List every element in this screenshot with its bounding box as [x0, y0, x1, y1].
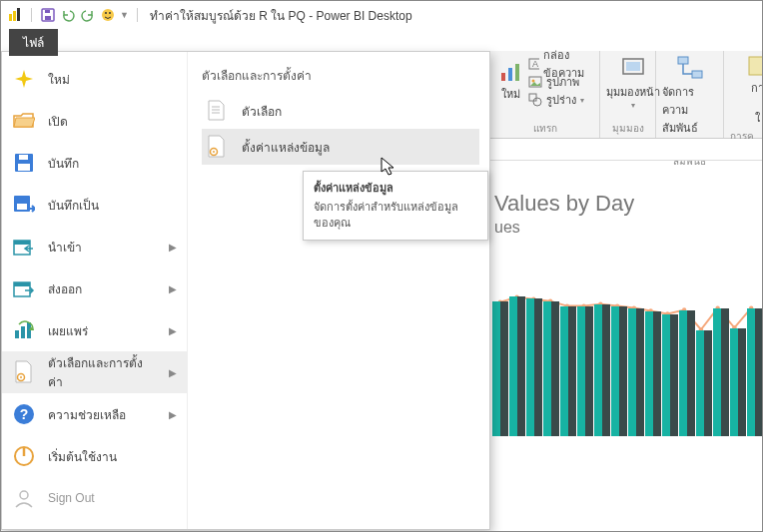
manage-relationships-button[interactable]: จัดการความสัมพันธ์ [662, 55, 717, 137]
svg-point-27 [20, 491, 28, 499]
title-bar: ▼ ทำค่าให้สมบูรณ์ด้วย R ใน PQ - Power BI… [1, 1, 762, 29]
menu-save-as[interactable]: บันทึกเป็น [2, 184, 187, 226]
tooltip: ตั้งค่าแหล่งข้อมูล จัดการตั้งค่าสำหรับแห… [303, 171, 488, 241]
signout-icon [12, 486, 36, 510]
document-gear-icon [206, 134, 228, 160]
smiley-icon[interactable] [100, 7, 116, 23]
new-measure-button[interactable]: กาใ [730, 55, 763, 127]
svg-rect-13 [17, 204, 27, 210]
mouse-cursor-icon [381, 157, 396, 180]
svg-point-7 [105, 12, 107, 14]
options-subpanel: ตัวเลือกและการตั้งค่า ตัวเลือก ตั้งค่าแห… [188, 52, 489, 529]
menu-options-settings[interactable]: ตัวเลือกและการตั้งค่า ▶ [2, 351, 187, 393]
svg-rect-18 [15, 330, 19, 338]
menu-save[interactable]: บันทึก [2, 142, 187, 184]
svg-text:?: ? [20, 406, 29, 422]
svg-rect-17 [14, 282, 30, 286]
redo-icon[interactable] [80, 7, 96, 23]
svg-point-41 [533, 98, 541, 106]
chart-title: Values by Day [490, 191, 762, 217]
svg-point-6 [102, 9, 114, 21]
tooltip-title: ตั้งค่าแหล่งข้อมูล [314, 180, 477, 197]
subpanel-heading: ตัวเลือกและการตั้งค่า [202, 66, 479, 85]
save-disk-icon [12, 151, 36, 175]
svg-rect-0 [9, 14, 12, 21]
power-icon [12, 444, 36, 468]
window-title: ทำค่าให้สมบูรณ์ด้วย R ใน PQ - Power BI D… [150, 6, 412, 25]
chevron-right-icon: ▶ [169, 409, 177, 420]
svg-rect-5 [45, 10, 50, 13]
menu-export[interactable]: ส่งออก ▶ [2, 267, 187, 309]
document-lines-icon [206, 98, 228, 124]
formula-bar [490, 139, 762, 161]
ribbon: ใหม่ Aกล่องข้อความ รูปภาพ รูปร่าง▾ แทรก … [490, 51, 762, 139]
chevron-right-icon: ▶ [169, 325, 177, 336]
textbox-button[interactable]: Aกล่องข้อความ [528, 55, 593, 73]
tooltip-body: จัดการตั้งค่าสำหรับแหล่งข้อมูลของคุณ [314, 199, 477, 232]
svg-rect-40 [529, 94, 536, 101]
import-icon [12, 235, 36, 259]
svg-rect-10 [18, 164, 30, 171]
file-tab[interactable]: ไฟล์ [9, 29, 58, 56]
svg-rect-11 [19, 155, 28, 160]
menu-sign-out[interactable]: Sign Out [2, 477, 187, 519]
svg-rect-34 [508, 68, 512, 81]
svg-rect-43 [626, 62, 640, 71]
backstage-panel: ใหม่ เปิด บันทึก บันทึกเป็น นำเข้า ▶ ส่ง… [1, 51, 490, 530]
save-as-icon [12, 193, 36, 217]
shapes-button[interactable]: รูปร่าง▾ [528, 91, 593, 109]
document-gear-icon [12, 360, 36, 384]
save-icon[interactable] [40, 7, 56, 23]
svg-rect-2 [17, 8, 20, 21]
menu-get-started[interactable]: เริ่มต้นใช้งาน [2, 435, 187, 477]
menu-import[interactable]: นำเข้า ▶ [2, 226, 187, 267]
report-canvas: Values by Day ues [490, 171, 762, 531]
svg-point-32 [213, 151, 215, 153]
svg-rect-33 [501, 73, 505, 81]
chart-subtitle: ues [490, 219, 762, 237]
svg-rect-19 [21, 326, 25, 338]
options-item[interactable]: ตัวเลือก [202, 93, 479, 129]
folder-open-icon [12, 109, 36, 133]
publish-icon [12, 318, 36, 342]
chevron-right-icon: ▶ [169, 242, 177, 253]
svg-rect-35 [515, 64, 519, 81]
backstage-menu: ใหม่ เปิด บันทึก บันทึกเป็น นำเข้า ▶ ส่ง… [2, 52, 188, 529]
svg-point-22 [20, 376, 22, 378]
export-icon [12, 276, 36, 300]
qat-dropdown-icon[interactable]: ▼ [120, 10, 129, 20]
menu-publish[interactable]: เผยแพร่ ▶ [2, 309, 187, 351]
undo-icon[interactable] [60, 7, 76, 23]
image-button[interactable]: รูปภาพ [528, 73, 593, 91]
menu-new[interactable]: ใหม่ [2, 58, 187, 100]
svg-rect-45 [692, 71, 702, 78]
chevron-right-icon: ▶ [169, 283, 177, 294]
svg-rect-15 [14, 241, 30, 245]
svg-rect-4 [45, 16, 51, 20]
svg-rect-1 [13, 11, 16, 21]
menu-open[interactable]: เปิด [2, 100, 187, 142]
menu-help[interactable]: ? ความช่วยเหลือ ▶ [2, 393, 187, 435]
svg-point-8 [109, 12, 111, 14]
chart-plot [490, 257, 762, 436]
page-view-button[interactable]: มุมมองหน้า▾ [606, 55, 660, 110]
new-visual-button[interactable]: ใหม่ [496, 55, 524, 109]
data-source-settings-item[interactable]: ตั้งค่าแหล่งข้อมูล [202, 129, 479, 165]
help-icon: ? [12, 402, 36, 426]
app-icon [7, 7, 23, 23]
svg-rect-46 [749, 57, 763, 75]
svg-rect-44 [678, 57, 688, 64]
svg-text:A: A [532, 59, 538, 69]
sparkle-icon [12, 67, 36, 91]
chevron-right-icon: ▶ [169, 367, 177, 378]
